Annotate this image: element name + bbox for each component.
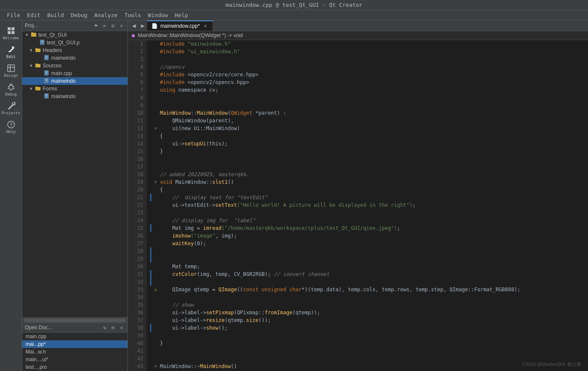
line-bar [150,339,151,347]
line-number: 22 [131,201,143,209]
tree-item-forms[interactable]: ▼ Forms [22,85,127,93]
tree-item-headers[interactable]: ▼ Headers [22,46,127,54]
svg-rect-21 [35,49,41,52]
menu-item-analyze[interactable]: Analyze [91,11,121,19]
code-line: QMainWindow(parent), [150,117,585,125]
main-layout: WelcomeEditDesignDebugProjects?Help Proj… [0,20,588,371]
line-number: 27 [131,240,143,247]
tree-icon [34,47,42,54]
doc-item[interactable]: main....ui* [22,356,127,363]
code-line: ui->label->setPixmap(QPixmap::fromImage(… [150,309,585,316]
menu-item-window[interactable]: Window [145,11,171,19]
edit-icon[interactable]: Edit [2,43,20,61]
tree-item-sources[interactable]: ▼ Sources [22,62,127,70]
line-number: 3 [131,55,143,63]
code-line: #include "ui_mainwindow.h" [150,48,585,55]
code-line: imshow("image", img); [150,232,585,240]
tree-item-mainwindow_cpp[interactable]: mainwindo [22,77,127,85]
link-btn[interactable]: ⇌ [101,22,108,29]
tab-prev-btn[interactable]: ◀ [130,20,138,31]
tree-icon [43,93,50,100]
line-number: 4 [131,63,143,71]
tree-item-main_cpp[interactable]: main.cpp [22,70,127,77]
code-tokens: waitKey(0); [160,240,206,247]
svg-rect-33 [44,78,49,83]
code-line: // show [150,301,585,309]
tree-label: Forms [43,86,127,92]
tree-label: mainwindo [51,93,127,99]
code-line [150,355,585,362]
tree-arrow[interactable]: ▼ [28,64,34,68]
code-line: { [150,186,585,194]
line-bar [150,209,151,217]
line-number: 15 [131,148,143,155]
project-hscroll[interactable] [22,317,127,322]
title-text: mainwindow.cpp @ test_Qt_GUI - Qt Creato… [226,2,362,8]
open-docs-close-btn[interactable]: ✕ [118,324,125,331]
code-content[interactable]: #include "mainwindow.h"#include "ui_main… [147,40,588,371]
tree-arrow[interactable]: ▼ [28,48,34,52]
line-number: 12 [131,125,143,132]
open-docs-sort-btn[interactable]: ⇅ [101,324,108,331]
fold-arrow[interactable]: ▼ [154,125,156,132]
tree-label: mainwindo [51,55,127,61]
tree-item-test_qt_gui_pro[interactable]: test_Qt_GUI.p [22,39,127,46]
code-tokens: #include "ui_mainwindow.h" [160,48,240,55]
welcome-icon[interactable]: Welcome [2,24,20,43]
close-btn[interactable]: ✕ [118,22,125,29]
svg-rect-3 [12,31,14,34]
tree-item-mainwindow_ui[interactable]: mainwindo [22,93,127,100]
tab-mainwindow-cpp[interactable]: 📄 mainwindow.cpp* ✕ [147,20,213,31]
fold-arrow[interactable]: ▼ [154,178,156,186]
menu-item-tools[interactable]: Tools [121,11,145,19]
menu-item-help[interactable]: Help [171,11,191,19]
doc-item[interactable]: test....pro [22,363,127,371]
svg-rect-4 [8,65,14,72]
tab-bar: ◀ ▶ 📄 mainwindow.cpp* ✕ [128,20,588,31]
menu-item-file[interactable]: File [3,11,23,19]
doc-item[interactable]: main.cpp [22,333,127,340]
collapse-btn[interactable]: ⊟ [110,22,116,29]
line-bar [150,293,151,301]
tree-item-test_qt_gui[interactable]: ▼ test_Qt_GUI [22,31,127,39]
code-line: ui->label->show(); [150,324,585,332]
open-docs-collapse-btn[interactable]: ⊟ [110,324,116,331]
design-icon[interactable]: Design [2,61,20,80]
filter-btn[interactable]: ⚑ [93,22,99,29]
line-number: 26 [131,232,143,240]
line-number: 6 [131,78,143,86]
tree-item-mainwindow_h[interactable]: mainwindo [22,54,127,62]
project-tree[interactable]: ▼ test_Qt_GUI test_Qt_GUI.p ▼ Headers ma… [22,31,127,317]
menu-item-debug[interactable]: Debug [67,11,91,19]
tree-label: Sources [43,63,127,69]
doc-item[interactable]: mai...pp* [22,340,127,348]
breadcrumb-text: MainWindow::MainWindow(QWidget *) -> voi… [138,32,243,38]
code-line [150,94,585,101]
svg-rect-39 [44,93,49,99]
projects-icon[interactable]: Projects [2,99,20,118]
menu-item-build[interactable]: Build [44,11,67,19]
tree-arrow[interactable]: ▼ [24,33,30,37]
help-icon[interactable]: ?Help [2,118,20,136]
line-number: 2 [131,48,143,55]
line-bar [150,132,151,140]
line-bar [150,194,151,201]
line-number: 19 [131,178,143,186]
menu-item-edit[interactable]: Edit [23,11,43,19]
tab-next-btn[interactable]: ▶ [138,20,147,31]
breadcrumb-bar: ◆ MainWindow::MainWindow(QWidget *) -> v… [128,31,588,40]
code-line: using namespace cv; [150,86,585,94]
debug-icon[interactable]: Debug [2,80,20,99]
line-number: 23 [131,209,143,217]
fold-arrow[interactable]: ▼ [154,362,156,370]
svg-point-7 [9,85,13,90]
tree-arrow[interactable]: ▼ [28,87,34,91]
line-bar [150,301,151,309]
line-bar [150,324,151,332]
line-bar [150,78,151,86]
line-number: 17 [131,163,143,171]
doc-item[interactable]: Mai...w.h [22,348,127,356]
tab-close-btn[interactable]: ✕ [203,23,209,29]
open-docs-scroll[interactable]: main.cppmai...pp*Mai...w.hmain....ui*tes… [22,333,127,371]
code-line [150,155,585,163]
